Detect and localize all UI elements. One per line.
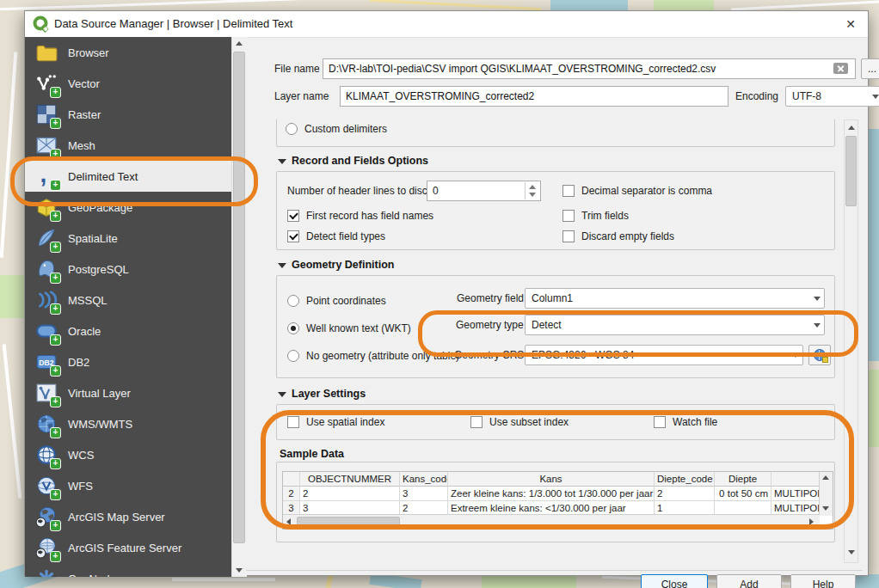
scroll-down-icon[interactable] — [848, 550, 855, 554]
sidebar-item-vector[interactable]: Vector — [25, 68, 231, 99]
collapse-arrow-icon[interactable] — [278, 159, 286, 164]
point-coordinates-radio[interactable] — [287, 295, 299, 307]
table-header-row: OBJECTNUMMER Kans_code Kans Diepte_code … — [283, 472, 833, 487]
file-name-input[interactable] — [323, 58, 856, 79]
dialog-titlebar[interactable]: Data Source Manager | Browser | Delimite… — [25, 11, 868, 38]
geometry-crs-label: Geometry CRS — [454, 349, 524, 361]
sidebar-item-oracle[interactable]: Oracle — [25, 315, 231, 346]
column-header — [283, 472, 300, 487]
sidebar-item-postgresql[interactable]: PostgreSQL — [25, 254, 231, 285]
decimal-separator-checkbox[interactable] — [562, 185, 575, 197]
sidebar-item-label: Delimited Text — [68, 170, 138, 183]
subset-index-checkbox[interactable] — [470, 416, 483, 428]
sidebar-item-geonode[interactable]: GeoNode — [25, 563, 231, 577]
table-hscrollbar[interactable] — [283, 514, 820, 529]
delimited-text-panel: File name ... Layer name Encoding UTF-8 … — [246, 37, 870, 577]
sidebar-item-arcgis-feature-server[interactable]: ArcGIS Feature Server — [25, 532, 231, 563]
scroll-up-icon[interactable] — [848, 126, 855, 130]
add-button[interactable]: Add — [716, 574, 782, 588]
main-scrollbar-thumb[interactable] — [845, 136, 857, 206]
custom-delimiters-radio[interactable] — [286, 123, 298, 135]
geometry-field-value: Column1 — [532, 292, 807, 304]
mesh-icon — [35, 134, 58, 156]
header-lines-label: Number of header lines to discard — [287, 185, 442, 197]
options-scroll-area: Custom delimiters Record and Fields Opti… — [274, 119, 842, 567]
watch-file-checkbox[interactable] — [654, 416, 666, 428]
column-header: Diepte_code — [655, 472, 715, 487]
table-vscrollbar[interactable] — [819, 472, 833, 516]
no-geometry-label: No geometry (attribute only table) — [306, 350, 459, 362]
encoding-dropdown[interactable]: UTF-8 — [785, 86, 879, 107]
scroll-up-icon[interactable] — [822, 475, 829, 480]
first-record-checkbox[interactable] — [287, 210, 299, 222]
no-geometry-radio[interactable] — [287, 350, 299, 362]
svg-text:,: , — [40, 165, 46, 187]
sidebar-item-browser[interactable]: Browser — [25, 37, 231, 68]
wfs-globe-icon — [35, 475, 58, 497]
help-button[interactable]: Help — [790, 574, 856, 588]
detect-types-checkbox[interactable] — [287, 230, 299, 242]
sidebar-item-geopackage[interactable]: GeoPackage — [25, 192, 231, 223]
sidebar-item-label: ArcGIS Map Server — [68, 511, 165, 524]
browse-file-button[interactable]: ... — [861, 58, 879, 79]
sidebar-item-label: Mesh — [68, 139, 95, 152]
sidebar-item-wms-wmts[interactable]: WMS/WMTS — [25, 408, 231, 439]
sidebar-item-delimited-text[interactable]: , Delimited Text — [25, 161, 231, 192]
button-separator — [246, 570, 863, 571]
table-cell: 3 — [400, 487, 448, 501]
sidebar-item-arcgis-map-server[interactable]: ArcGIS Map Server — [25, 501, 231, 532]
sidebar-item-mssql[interactable]: MSSQL — [25, 285, 231, 315]
layer-settings-section-title: Layer Settings — [292, 388, 366, 400]
sidebar-item-virtual-layer[interactable]: Virtual Layer — [25, 377, 231, 408]
wkt-radio[interactable] — [287, 322, 299, 334]
arcgis-map-server-icon — [35, 505, 58, 528]
sidebar-item-raster[interactable]: Raster — [25, 99, 231, 130]
map-road — [0, 0, 361, 10]
discard-empty-checkbox[interactable] — [562, 230, 575, 242]
map-water — [550, 0, 628, 10]
close-button[interactable]: Close — [641, 574, 708, 588]
sidebar-scrollbar[interactable] — [231, 37, 246, 577]
trim-fields-checkbox[interactable] — [562, 210, 575, 222]
sidebar-item-wcs[interactable]: WCS — [25, 439, 231, 470]
chevron-down-icon — [814, 323, 821, 328]
geometry-type-label: Geometry type — [456, 319, 524, 331]
scroll-down-icon[interactable] — [232, 563, 247, 577]
encoding-label: Encoding — [735, 90, 778, 102]
geometry-type-dropdown[interactable]: Detect — [525, 315, 825, 335]
scroll-right-icon[interactable] — [809, 518, 814, 525]
sidebar-item-db2[interactable]: DB2 DB2 — [25, 346, 231, 377]
close-icon[interactable]: ✕ — [842, 15, 859, 33]
sidebar-item-wfs[interactable]: WFS — [25, 470, 231, 501]
spinner-up-icon[interactable] — [529, 185, 536, 189]
spinner-down-icon[interactable] — [529, 193, 536, 197]
sidebar-item-label: GeoPackage — [68, 201, 132, 214]
sidebar-item-label: Browser — [68, 46, 109, 59]
sidebar-item-label: ArcGIS Feature Server — [68, 542, 181, 554]
sidebar-scrollbar-thumb[interactable] — [233, 52, 245, 543]
detect-types-label: Detect field types — [306, 230, 385, 242]
scroll-down-icon[interactable] — [822, 506, 829, 511]
collapse-arrow-icon[interactable] — [278, 392, 286, 397]
table-hscrollbar-thumb[interactable] — [297, 517, 400, 526]
spatial-index-checkbox[interactable] — [287, 416, 299, 428]
geometry-field-dropdown[interactable]: Column1 — [525, 288, 825, 309]
sidebar-item-mesh[interactable]: Mesh — [25, 130, 231, 161]
svg-text:DB2: DB2 — [39, 358, 54, 367]
sidebar-item-spatialite[interactable]: SpatiaLite — [25, 223, 231, 254]
collapse-arrow-icon[interactable] — [278, 263, 286, 268]
select-crs-button[interactable] — [808, 345, 831, 365]
clear-field-icon[interactable] — [833, 63, 848, 74]
header-lines-spinner[interactable]: 0 — [427, 181, 541, 201]
column-header: Diepte — [715, 472, 771, 487]
table-cell: 2 — [300, 487, 400, 501]
geometry-group: Point coordinates Well known text (WKT) … — [276, 275, 835, 378]
spinner-buttons[interactable] — [525, 182, 539, 199]
main-scrollbar[interactable] — [844, 119, 858, 563]
sidebar-item-label: Virtual Layer — [68, 387, 131, 400]
scroll-up-icon[interactable] — [232, 37, 247, 51]
layer-name-input[interactable] — [340, 86, 728, 107]
folder-icon — [35, 41, 58, 64]
geometry-crs-dropdown[interactable]: EPSG:4326 - WGS 84 — [525, 345, 803, 365]
scroll-left-icon[interactable] — [286, 518, 291, 525]
